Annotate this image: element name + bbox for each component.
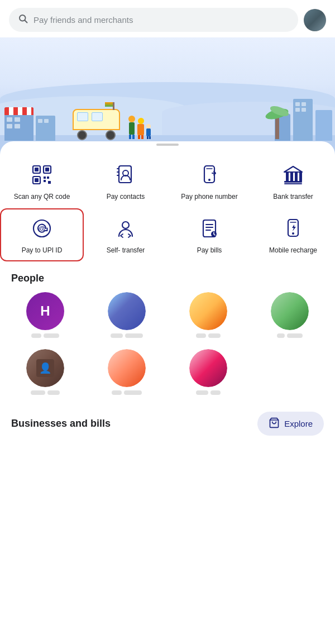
- action-pay-phone[interactable]: Pay phone number: [168, 155, 251, 208]
- svg-rect-24: [290, 172, 293, 181]
- avatar-letter-h: H: [26, 292, 64, 330]
- action-pay-contacts[interactable]: Pay contacts: [84, 155, 168, 208]
- upi-icon: @: [28, 215, 55, 242]
- svg-rect-3: [35, 168, 39, 171]
- people-title: People: [11, 273, 44, 284]
- self-transfer-label: Self- transfer: [107, 246, 145, 255]
- bills-icon: [196, 215, 223, 242]
- phone-icon: [196, 161, 223, 188]
- svg-point-31: [122, 222, 129, 228]
- svg-rect-23: [286, 172, 289, 181]
- svg-rect-10: [44, 180, 46, 182]
- mobile-icon: [280, 215, 307, 242]
- person-avatar: [189, 292, 227, 330]
- pay-phone-label: Pay phone number: [181, 193, 237, 202]
- person-item[interactable]: [170, 346, 247, 398]
- person-item[interactable]: [88, 346, 165, 398]
- person-avatar: [271, 292, 309, 330]
- person-item[interactable]: H: [7, 289, 84, 341]
- svg-rect-26: [299, 172, 302, 181]
- svg-point-0: [20, 15, 26, 21]
- search-placeholder: Pay friends and merchants: [34, 15, 133, 25]
- svg-marker-22: [284, 166, 302, 172]
- person-name-blur: [196, 333, 221, 338]
- explore-button[interactable]: Explore: [257, 412, 324, 436]
- person-avatar: [108, 292, 146, 330]
- person-name-blur: [31, 333, 59, 338]
- person-name-blur: [112, 390, 142, 395]
- svg-rect-28: [284, 183, 302, 184]
- svg-rect-8: [44, 176, 46, 179]
- search-bar[interactable]: Pay friends and merchants: [9, 8, 298, 32]
- businesses-title: Businesses and bills: [11, 418, 111, 430]
- svg-rect-25: [295, 172, 298, 181]
- action-bank-transfer[interactable]: Bank transfer: [251, 155, 335, 208]
- svg-rect-9: [47, 176, 49, 179]
- self-transfer-icon: [112, 215, 139, 242]
- svg-rect-12: [48, 181, 51, 184]
- person-item[interactable]: [251, 289, 328, 341]
- action-self-transfer[interactable]: Self- transfer: [84, 208, 168, 262]
- contacts-icon: [112, 161, 139, 188]
- svg-line-1: [25, 21, 27, 23]
- person-avatar: 👤: [26, 349, 64, 387]
- qr-icon: [28, 161, 55, 188]
- pay-bills-label: Pay bills: [197, 246, 222, 255]
- drag-handle[interactable]: [156, 144, 179, 146]
- svg-rect-5: [45, 168, 49, 171]
- people-grid: H: [0, 289, 335, 398]
- search-icon: [18, 13, 28, 26]
- action-pay-upi[interactable]: @ Pay to UPI ID: [0, 208, 84, 262]
- person-name-blur: [196, 390, 221, 395]
- user-avatar[interactable]: [304, 9, 326, 31]
- person-avatar: [189, 349, 227, 387]
- people-section-header: People: [0, 266, 335, 289]
- svg-point-40: [292, 232, 294, 235]
- svg-point-19: [208, 179, 210, 181]
- action-scan-qr[interactable]: Scan any QR code: [0, 155, 84, 208]
- top-bar: Pay friends and merchants: [0, 0, 335, 37]
- mobile-recharge-label: Mobile recharge: [269, 246, 317, 255]
- person-name-blur: [277, 333, 303, 338]
- person-item[interactable]: [170, 289, 247, 341]
- person-name-blur: [111, 333, 143, 338]
- person-avatar: [108, 349, 146, 387]
- action-pay-bills[interactable]: Pay bills: [168, 208, 251, 262]
- svg-rect-27: [284, 181, 302, 183]
- person-item[interactable]: 👤: [7, 346, 84, 398]
- pay-upi-label: Pay to UPI ID: [22, 246, 63, 255]
- actions-grid: Scan any QR code Pay contacts: [0, 149, 335, 266]
- hero-illustration: [0, 37, 335, 155]
- scan-qr-label: Scan any QR code: [14, 193, 70, 202]
- bank-transfer-label: Bank transfer: [273, 193, 313, 202]
- action-mobile-recharge[interactable]: Mobile recharge: [251, 208, 335, 262]
- person-item[interactable]: [88, 289, 165, 341]
- pay-contacts-label: Pay contacts: [107, 193, 145, 202]
- card-area: Scan any QR code Pay contacts: [0, 141, 335, 445]
- shopping-bag-icon: [269, 417, 280, 430]
- explore-label: Explore: [284, 419, 313, 428]
- svg-rect-7: [35, 178, 39, 182]
- person-avatar: H: [26, 292, 64, 330]
- person-name-blur: [31, 390, 60, 395]
- businesses-section: Businesses and bills Explore: [0, 403, 335, 445]
- bank-icon: [280, 161, 307, 188]
